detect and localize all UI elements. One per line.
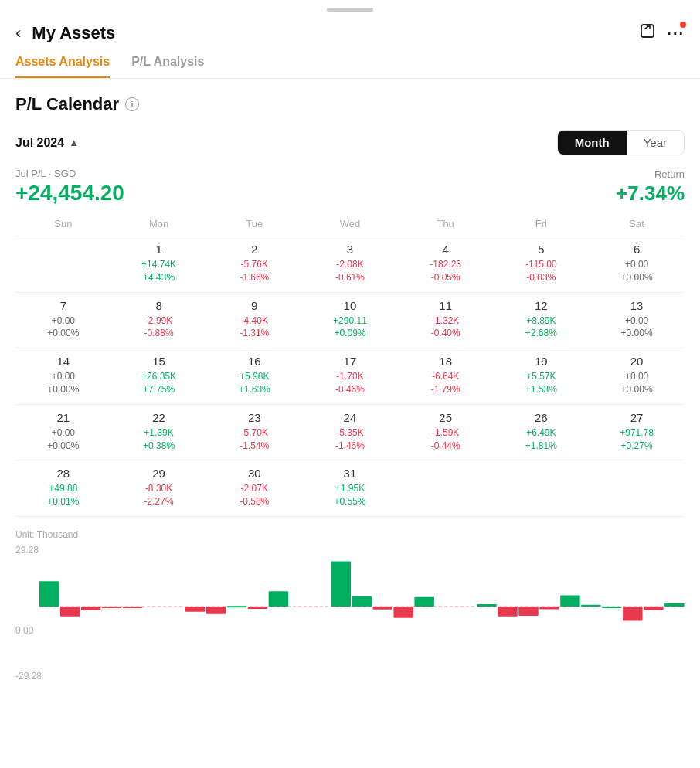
day-pl-value: +0.00 bbox=[17, 426, 110, 440]
day-pl-value: -182.23 bbox=[399, 258, 492, 271]
day-number: 6 bbox=[590, 243, 683, 256]
month-toggle-btn[interactable]: Month bbox=[558, 131, 627, 155]
day-pct-value: -0.40% bbox=[399, 327, 492, 340]
calendar-day-cell bbox=[15, 236, 111, 293]
calendar-day-cell[interactable]: 30-2.07K-0.58% bbox=[206, 460, 302, 517]
day-pl-value: +49.88 bbox=[17, 482, 110, 495]
svg-rect-23 bbox=[602, 607, 621, 608]
chart-container: 29.28 0.00 bbox=[15, 545, 685, 668]
calendar-day-cell[interactable]: 6+0.00+0.00% bbox=[589, 236, 685, 293]
svg-rect-17 bbox=[477, 604, 496, 607]
calendar-day-cell[interactable]: 14+0.00+0.00% bbox=[15, 348, 111, 405]
calendar-day-cell[interactable]: 16+5.98K+1.63% bbox=[206, 348, 302, 405]
day-number: 27 bbox=[590, 411, 683, 424]
pl-calendar-title: P/L Calendar bbox=[15, 94, 119, 114]
calendar-day-cell[interactable]: 17-1.70K-0.46% bbox=[302, 348, 398, 405]
month-row: Jul 2024 ▲ Month Year bbox=[15, 130, 685, 155]
day-number: 13 bbox=[590, 299, 683, 312]
svg-rect-6 bbox=[123, 607, 142, 608]
calendar-day-cell[interactable]: 27+971.78+0.27% bbox=[589, 404, 685, 460]
calendar-day-cell[interactable]: 23-5.70K-1.54% bbox=[206, 404, 302, 460]
month-selector[interactable]: Jul 2024 ▲ bbox=[15, 136, 79, 150]
day-pct-value: -0.44% bbox=[399, 440, 492, 453]
weekday-header: Wed bbox=[302, 213, 398, 236]
day-pl-value: +0.00 bbox=[590, 314, 683, 328]
svg-rect-9 bbox=[227, 606, 246, 607]
calendar-day-cell[interactable]: 15+26.35K+7.75% bbox=[111, 348, 207, 405]
calendar-day-cell[interactable]: 7+0.00+0.00% bbox=[15, 292, 111, 348]
chart-svg bbox=[15, 545, 685, 668]
pl-label: Jul P/L · SGD bbox=[15, 168, 124, 179]
day-pl-value: +5.98K bbox=[208, 370, 301, 383]
share-button[interactable] bbox=[639, 22, 656, 44]
calendar-day-cell[interactable]: 31+1.95K+0.55% bbox=[302, 460, 398, 517]
svg-rect-8 bbox=[206, 607, 226, 614]
calendar-day-cell[interactable]: 29-8.30K-2.27% bbox=[111, 460, 207, 517]
svg-rect-24 bbox=[623, 607, 642, 620]
svg-rect-4 bbox=[81, 607, 100, 610]
day-pl-value: +1.39K bbox=[113, 426, 206, 440]
day-number: 12 bbox=[495, 299, 588, 312]
day-number: 23 bbox=[208, 411, 301, 424]
view-toggle: Month Year bbox=[557, 130, 685, 155]
calendar-day-cell[interactable]: 22+1.39K+0.38% bbox=[111, 404, 207, 460]
calendar-day-cell[interactable]: 25-1.59K-0.44% bbox=[398, 404, 494, 460]
tab-pl-analysis[interactable]: P/L Analysis bbox=[131, 55, 204, 78]
day-number: 18 bbox=[399, 355, 492, 368]
day-number: 25 bbox=[399, 411, 492, 424]
more-menu-button[interactable]: ··· bbox=[667, 23, 685, 43]
weekday-header: Mon bbox=[111, 213, 207, 236]
calendar-day-cell[interactable]: 18-6.64K-1.79% bbox=[398, 348, 494, 405]
calendar-day-cell[interactable]: 5-115.00-0.03% bbox=[494, 236, 590, 293]
calendar-day-cell[interactable]: 19+5.57K+1.53% bbox=[494, 348, 590, 405]
calendar-day-cell[interactable]: 9-4.40K-1.31% bbox=[206, 292, 302, 348]
svg-rect-21 bbox=[560, 596, 579, 607]
calendar-day-cell[interactable]: 2-5.76K-1.66% bbox=[206, 236, 302, 293]
calendar-day-cell[interactable]: 20+0.00+0.00% bbox=[589, 348, 685, 405]
day-pct-value: +0.09% bbox=[304, 327, 396, 340]
svg-rect-20 bbox=[539, 607, 559, 610]
day-number: 16 bbox=[208, 355, 301, 368]
calendar-day-cell[interactable]: 10+290.11+0.09% bbox=[302, 292, 398, 348]
day-pl-value: -4.40K bbox=[208, 314, 301, 328]
tab-assets-analysis[interactable]: Assets Analysis bbox=[15, 55, 110, 78]
day-pct-value: -1.66% bbox=[208, 271, 301, 284]
calendar-day-cell[interactable]: 8-2.99K-0.88% bbox=[111, 292, 207, 348]
calendar-day-cell[interactable]: 24-5.35K-1.46% bbox=[302, 404, 398, 460]
day-number: 2 bbox=[208, 243, 301, 256]
calendar-week-row: 21+0.00+0.00%22+1.39K+0.38%23-5.70K-1.54… bbox=[15, 404, 685, 460]
back-button[interactable]: ‹ bbox=[15, 23, 21, 43]
calendar-day-cell[interactable]: 11-1.32K-0.40% bbox=[398, 292, 494, 348]
calendar-day-cell[interactable]: 13+0.00+0.00% bbox=[589, 292, 685, 348]
calendar-day-cell[interactable]: 26+6.49K+1.81% bbox=[494, 404, 590, 460]
calendar-day-cell[interactable]: 12+8.89K+2.68% bbox=[494, 292, 590, 348]
main-content: P/L Calendar i Jul 2024 ▲ Month Year Jul… bbox=[0, 79, 700, 687]
calendar-day-cell[interactable]: 4-182.23-0.05% bbox=[398, 236, 494, 293]
day-pct-value: -0.88% bbox=[113, 327, 206, 340]
chart-section: Unit: Thousand 29.28 0.00 -29.28 bbox=[15, 517, 685, 687]
day-number: 1 bbox=[113, 243, 206, 256]
day-pl-value: -1.70K bbox=[304, 370, 396, 383]
calendar-week-row: 1+14.74K+4.43%2-5.76K-1.66%3-2.08K-0.61%… bbox=[15, 236, 685, 293]
day-number: 22 bbox=[113, 411, 206, 424]
calendar-day-cell[interactable]: 3-2.08K-0.61% bbox=[302, 236, 398, 293]
calendar-day-cell[interactable]: 21+0.00+0.00% bbox=[15, 404, 111, 460]
day-pl-value: +14.74K bbox=[113, 258, 206, 271]
calendar-day-cell[interactable]: 28+49.88+0.01% bbox=[15, 460, 111, 517]
day-pct-value: -1.79% bbox=[399, 383, 492, 396]
day-pct-value: -0.58% bbox=[208, 495, 301, 508]
chart-bottom-label: -29.28 bbox=[15, 671, 42, 681]
day-pl-value: -6.64K bbox=[399, 370, 492, 383]
day-number: 7 bbox=[17, 299, 110, 312]
day-pct-value: -0.05% bbox=[399, 271, 492, 284]
calendar-day-cell[interactable]: 1+14.74K+4.43% bbox=[111, 236, 207, 293]
svg-rect-11 bbox=[269, 591, 288, 607]
year-toggle-btn[interactable]: Year bbox=[627, 131, 684, 155]
day-pct-value: +0.27% bbox=[590, 440, 683, 453]
calendar-day-cell bbox=[589, 460, 685, 517]
info-icon[interactable]: i bbox=[125, 97, 139, 111]
day-pl-value: +290.11 bbox=[304, 314, 396, 328]
day-number: 24 bbox=[304, 411, 396, 424]
chart-unit-label: Unit: Thousand bbox=[15, 529, 685, 540]
pl-value: +24,454.20 bbox=[15, 181, 124, 206]
